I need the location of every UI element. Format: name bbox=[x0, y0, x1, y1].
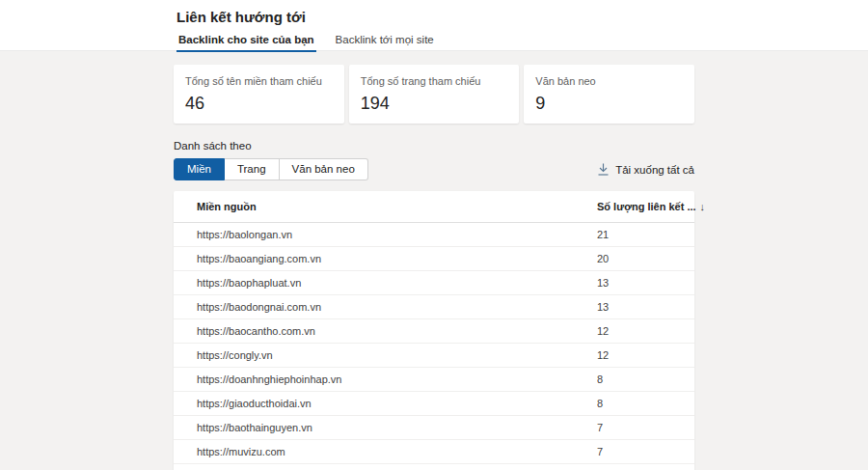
link-count-cell: 12 bbox=[597, 325, 689, 337]
stat-value: 46 bbox=[185, 94, 333, 114]
page-title: Liên kết hướng tới bbox=[176, 0, 868, 25]
tab-backlinks-any-site[interactable]: Backlink tới mọi site bbox=[334, 32, 436, 52]
source-domain-cell: https://baothainguyen.vn bbox=[197, 422, 597, 433]
backlinks-table: Miền nguồn Số lượng liên kết ... ↓ https… bbox=[174, 191, 694, 470]
segment-page-button[interactable]: Trang bbox=[225, 158, 280, 180]
source-domain-cell: https://baolongan.vn bbox=[197, 229, 597, 240]
link-count-cell: 20 bbox=[597, 253, 689, 264]
stat-card-anchor-texts: Văn bản neo 9 bbox=[524, 65, 694, 124]
table-row: https://baoangiang.com.vn20 bbox=[174, 247, 694, 271]
link-count-cell: 8 bbox=[597, 398, 689, 409]
stat-card-referring-pages: Tổng số trang tham chiếu 194 bbox=[349, 65, 520, 124]
column-header-link-count[interactable]: Số lượng liên kết ... ↓ bbox=[597, 201, 689, 212]
stat-value: 194 bbox=[361, 94, 508, 114]
table-row: https://giaoducthoidai.vn8 bbox=[174, 392, 694, 416]
source-domain-cell: https://baocantho.com.vn bbox=[197, 325, 597, 337]
link-count-cell: 13 bbox=[597, 301, 689, 313]
segment-anchor-text-button[interactable]: Văn bản neo bbox=[280, 158, 368, 180]
stat-cards: Tổng số tên miền tham chiếu 46 Tổng số t… bbox=[174, 65, 694, 124]
source-domain-cell: https://baodongnai.com.vn bbox=[197, 301, 597, 313]
segment-domain-button[interactable]: Miền bbox=[174, 158, 225, 180]
stat-label: Tổng số trang tham chiếu bbox=[361, 75, 508, 87]
source-domain-cell: https://baophapluat.vn bbox=[197, 277, 597, 289]
main-content: Tổng số tên miền tham chiếu 46 Tổng số t… bbox=[174, 65, 694, 470]
download-icon bbox=[598, 163, 609, 176]
list-by-label: Danh sách theo bbox=[174, 140, 694, 152]
table-row: https://baodongnai.com.vn13 bbox=[174, 295, 694, 319]
stat-card-referring-domains: Tổng số tên miền tham chiếu 46 bbox=[174, 65, 344, 124]
link-count-cell: 7 bbox=[597, 422, 689, 433]
sort-descending-icon: ↓ bbox=[700, 201, 706, 212]
list-by-segmented-control: Miền Trang Văn bản neo bbox=[174, 158, 368, 180]
controls-row: Miền Trang Văn bản neo Tải xuống tất cả bbox=[174, 158, 694, 180]
table-row: https://baothainguyen.vn7 bbox=[174, 416, 694, 440]
table-row: https://baophapluat.vn13 bbox=[174, 271, 694, 295]
source-domain-cell: https://doanhnghiephoinhap.vn bbox=[197, 373, 597, 385]
table-row: https://doanhnghiephoinhap.vn8 bbox=[174, 368, 694, 392]
download-all-label: Tải xuống tất cả bbox=[615, 164, 694, 176]
table-row: https://muvizu.com7 bbox=[174, 440, 694, 464]
link-count-cell: 13 bbox=[597, 277, 689, 289]
source-domain-cell: https://giaoducthoidai.vn bbox=[197, 398, 597, 409]
column-header-source-domain[interactable]: Miền nguồn bbox=[197, 201, 597, 212]
table-header-row: Miền nguồn Số lượng liên kết ... ↓ bbox=[174, 191, 694, 223]
stat-value: 9 bbox=[535, 94, 683, 114]
table-body: https://baolongan.vn21https://baoangiang… bbox=[174, 223, 694, 464]
link-count-cell: 12 bbox=[597, 349, 689, 361]
download-all-button[interactable]: Tải xuống tất cả bbox=[598, 163, 694, 176]
stat-label: Tổng số tên miền tham chiếu bbox=[185, 75, 333, 87]
column-header-link-count-label: Số lượng liên kết ... bbox=[597, 201, 696, 212]
tab-bar: Backlink cho site của bạn Backlink tới m… bbox=[176, 32, 868, 52]
link-count-cell: 7 bbox=[597, 446, 689, 457]
source-domain-cell: https://congly.vn bbox=[197, 349, 597, 361]
link-count-cell: 8 bbox=[597, 373, 689, 385]
stat-label: Văn bản neo bbox=[535, 75, 683, 87]
source-domain-cell: https://muvizu.com bbox=[197, 446, 597, 457]
source-domain-cell: https://baoangiang.com.vn bbox=[197, 253, 597, 264]
tab-backlinks-your-site[interactable]: Backlink cho site của bạn bbox=[176, 32, 316, 52]
top-bar: Liên kết hướng tới Backlink cho site của… bbox=[0, 0, 868, 51]
table-row: https://baocantho.com.vn12 bbox=[174, 319, 694, 344]
link-count-cell: 21 bbox=[597, 229, 689, 240]
table-row: https://baolongan.vn21 bbox=[174, 223, 694, 247]
table-row: https://congly.vn12 bbox=[174, 344, 694, 368]
